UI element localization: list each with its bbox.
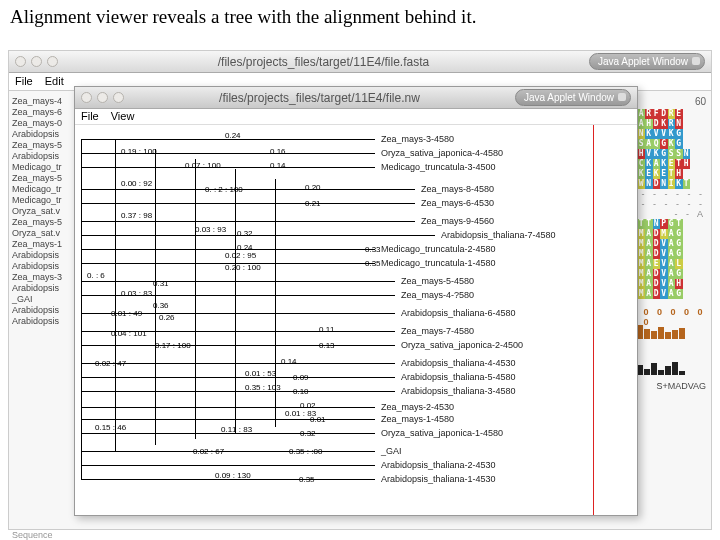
close-icon[interactable] [81,92,92,103]
tree-leaf-label[interactable]: Medicago_truncatula-3-4500 [381,162,496,172]
branch-label: 0.16 [270,147,286,156]
window-controls[interactable] [81,92,124,103]
sequence-label[interactable]: Medicago_tr [12,184,62,195]
sequence-label[interactable]: Arabidopsis [12,261,62,272]
branch-label: 0.07 : 100 [185,161,221,170]
branch-label: 0.00 : 92 [121,179,152,188]
tree-leaf-label[interactable]: Zea_mays-7-4580 [401,326,474,336]
window-controls[interactable] [15,56,58,67]
tree-leaf-label[interactable]: Zea_mays-1-4580 [381,414,454,424]
tree-leaf-label[interactable]: Arabidopsis_thaliana-1-4530 [381,474,496,484]
sequence-label[interactable]: Oryza_sat.v [12,228,62,239]
alignment-strip: 60 DARFDREGAHDKRNDNKVVKGGSAQGKGRHVKGSSNG… [630,96,706,391]
sequence-label[interactable]: Arabidopsis [12,283,62,294]
tree-edge [81,295,115,296]
sequence-label[interactable]: Arabidopsis [12,129,62,140]
sequence-label[interactable]: Medicago_tr [12,162,62,173]
residue-cell: D [653,229,661,239]
zoom-icon[interactable] [47,56,58,67]
branch-label: 0.24 [225,131,241,140]
sequence-label[interactable]: Zea_mays-5 [12,217,62,228]
sequence-label[interactable]: Zea_mays-3 [12,272,62,283]
alignment-titlebar[interactable]: /files/projects_files/target/11E4/file.f… [9,51,711,73]
sequence-label[interactable]: Zea_mays-1 [12,239,62,250]
tree-leaf-label[interactable]: Zea_mays-5-4580 [401,276,474,286]
alignment-row: DMADVAH [630,279,706,289]
sequence-label[interactable]: Zea_mays-4 [12,96,62,107]
tree-leaf-label[interactable]: Arabidopsis_thaliana-4-4530 [401,358,516,368]
alignment-row: EMAEVAL [630,259,706,269]
tree-leaf-label[interactable]: Arabidopsis_thaliana-2-4530 [381,460,496,470]
residue-cell: S [668,149,676,159]
sequence-label[interactable]: Arabidopsis [12,305,62,316]
tree-leaf-label[interactable]: Oryza_sativa_japonica-1-4580 [381,428,503,438]
residue-cell: M [638,239,646,249]
sequence-label[interactable]: Arabidopsis [12,151,62,162]
alignment-row: EMADVAG [630,269,706,279]
tree-leaf-label[interactable]: Oryza_sativa_japonica-2-4500 [401,340,523,350]
tree-edge [235,169,236,433]
sequence-label[interactable]: Oryza_sat.v [12,206,62,217]
branch-label: 0.01 : 49 [111,309,142,318]
tree-canvas[interactable]: Zea_mays-3-4580Oryza_sativa_japonica-4-4… [75,125,637,515]
residue-cell: A [668,229,676,239]
residue-cell: A [645,289,653,299]
tree-edge [81,249,195,250]
tree-leaf-label[interactable]: Arabidopsis_thaliana-6-4580 [401,308,516,318]
menu-file[interactable]: File [81,110,99,123]
branch-label: 0.20 [305,183,321,192]
tree-edge [81,139,115,140]
tree-leaf-label[interactable]: Arabidopsis_thaliana-5-4580 [401,372,516,382]
menu-file[interactable]: File [15,75,33,88]
residue-cell: E [668,159,676,169]
tree-leaf-label[interactable]: Zea_mays-6-4530 [421,198,494,208]
menu-edit[interactable]: Edit [45,75,64,88]
residue-cell: M [638,229,646,239]
residue-cell: T [683,179,691,189]
branch-label: 0.32 [300,429,316,438]
menu-view[interactable]: View [111,110,135,123]
tree-leaf-label[interactable]: Arabidopsis_thaliana-7-4580 [441,230,556,240]
tree-menubar[interactable]: File View [75,109,637,125]
residue-cell: W [638,179,646,189]
tree-leaf-label[interactable]: Medicago_truncatula-2-4580 [381,244,496,254]
tree-leaf-label[interactable]: Zea_mays-3-4580 [381,134,454,144]
tree-leaf-label[interactable]: Zea_mays-8-4580 [421,184,494,194]
zoom-icon[interactable] [113,92,124,103]
alignment-row: DMADMAG [630,229,706,239]
alignment-row: DNKVVKG [630,129,706,139]
residue-cell: A [645,239,653,249]
sequence-label[interactable]: Zea_mays-6 [12,107,62,118]
residue-cell: S [675,149,683,159]
branch-label: 0.04 : 101 [111,329,147,338]
sequence-label[interactable]: Arabidopsis [12,316,62,327]
sequence-label[interactable]: Zea_mays-0 [12,118,62,129]
threshold-line[interactable] [593,125,594,515]
minimize-icon[interactable] [97,92,108,103]
tree-leaf-label[interactable]: _GAI [381,446,402,456]
close-icon[interactable] [15,56,26,67]
tree-leaf-label[interactable]: Arabidopsis_thaliana-3-4580 [401,386,516,396]
branch-label: 0.17 : 100 [155,341,191,350]
minimize-icon[interactable] [31,56,42,67]
tree-edge [81,221,115,222]
sequence-label[interactable]: Zea_mays-5 [12,140,62,151]
sequence-label[interactable]: _GAI [12,294,62,305]
sequence-label[interactable]: Medicago_tr [12,195,62,206]
sequence-label[interactable]: Arabidopsis [12,250,62,261]
tree-edge [81,235,155,236]
tree-leaf-label[interactable]: Zea_mays-9-4560 [421,216,494,226]
tree-edge [81,479,195,480]
tree-leaf-label[interactable]: Zea_mays-4-?580 [401,290,474,300]
sequence-label[interactable]: Zea_mays-5 [12,173,62,184]
tree-titlebar[interactable]: /files/projects_files/target/11E4/file.n… [75,87,637,109]
tree-leaf-label[interactable]: Medicago_truncatula-1-4580 [381,258,496,268]
tree-leaf-label[interactable]: Oryza_sativa_japonica-4-4580 [381,148,503,158]
tree-leaf-label[interactable]: Zea_mays-2-4530 [381,402,454,412]
residue-cell: A [645,229,653,239]
tree-edge [81,407,195,408]
residue-cell: K [675,179,683,189]
alignment-row: RHVKGSSN [630,149,706,159]
branch-label: 0.32 [237,229,253,238]
alignment-row: DMADVAG [630,289,706,299]
